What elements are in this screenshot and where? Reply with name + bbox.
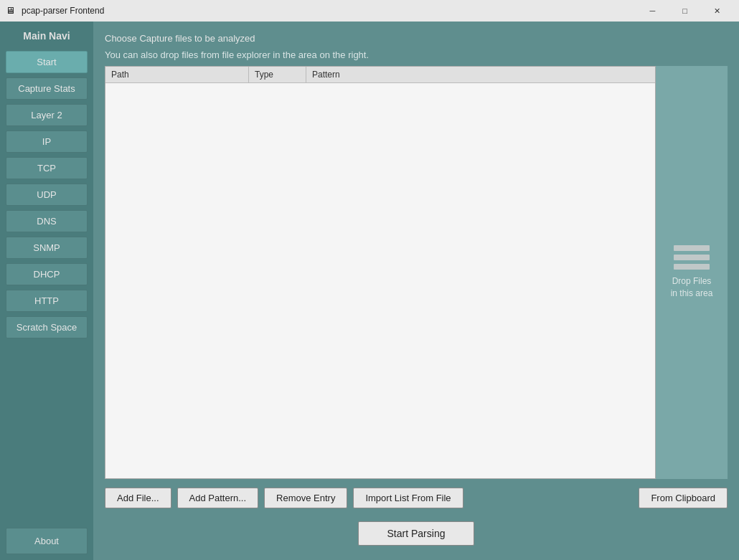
nav-scratch-space[interactable]: Scratch Space [6, 316, 88, 338]
import-list-button[interactable]: Import List From File [353, 488, 463, 508]
nav-ip[interactable]: IP [6, 130, 88, 153]
remove-entry-button[interactable]: Remove Entry [264, 488, 347, 508]
action-buttons-row: Add File... Add Pattern... Remove Entry … [105, 488, 728, 508]
nav-udp[interactable]: UDP [6, 184, 88, 206]
drop-zone-text: Drop Files in this area [671, 275, 713, 300]
nav-dns[interactable]: DNS [6, 210, 88, 232]
sidebar-header: Main Navi [0, 22, 93, 49]
nav-snmp[interactable]: SNMP [6, 237, 88, 259]
add-file-button[interactable]: Add File... [105, 488, 171, 508]
col-header-type: Type [249, 67, 306, 82]
file-table: Path Type Pattern [105, 66, 656, 479]
window-controls: ─ □ ✕ [636, 0, 733, 22]
file-area-row: Path Type Pattern Drop Files i [105, 66, 728, 479]
about-button[interactable]: About [6, 528, 88, 554]
minimize-button[interactable]: ─ [636, 0, 669, 22]
col-header-path: Path [105, 67, 249, 82]
nav-tcp[interactable]: TCP [6, 157, 88, 179]
nav-start[interactable]: Start [6, 51, 88, 73]
window-title: pcap-parser Frontend [22, 6, 632, 16]
drop-files-icon [674, 245, 710, 270]
col-header-pattern: Pattern [306, 67, 655, 82]
nav-dhcp[interactable]: DHCP [6, 263, 88, 285]
add-pattern-button[interactable]: Add Pattern... [177, 488, 259, 508]
maximize-button[interactable]: □ [669, 0, 701, 22]
nav-capture-stats[interactable]: Capture Stats [6, 77, 88, 100]
start-parsing-row: Start Parsing [105, 514, 728, 549]
nav-http[interactable]: HTTP [6, 290, 88, 312]
nav-layer2[interactable]: Layer 2 [6, 104, 88, 126]
from-clipboard-button[interactable]: From Clipboard [639, 488, 728, 508]
content-subtitle: You can also drop files from file explor… [105, 49, 728, 60]
content-title: Choose Capture files to be analyzed [105, 33, 728, 44]
content-area: Choose Capture files to be analyzed You … [93, 22, 739, 560]
main-layout: Main Navi Start Capture Stats Layer 2 IP… [0, 22, 739, 560]
titlebar: 🖥 pcap-parser Frontend ─ □ ✕ [0, 0, 739, 22]
start-parsing-button[interactable]: Start Parsing [358, 521, 475, 546]
app-window: 🖥 pcap-parser Frontend ─ □ ✕ Main Navi S… [0, 0, 739, 560]
close-button[interactable]: ✕ [701, 0, 733, 22]
table-header: Path Type Pattern [105, 67, 655, 83]
table-body [105, 83, 655, 478]
drop-zone[interactable]: Drop Files in this area [656, 66, 728, 479]
sidebar: Main Navi Start Capture Stats Layer 2 IP… [0, 22, 93, 560]
app-icon: 🖥 [6, 5, 17, 16]
